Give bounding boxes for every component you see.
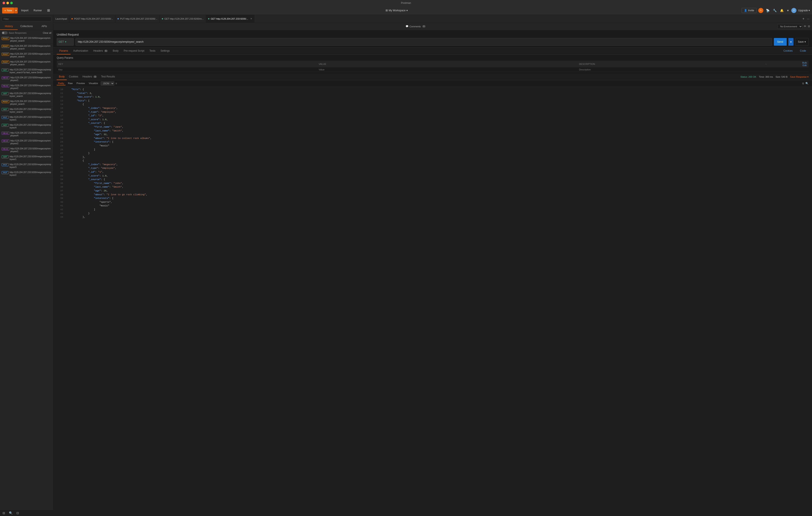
history-item[interactable]: PUThttp://129.204.207.233:9200/megacorp/… <box>0 115 53 123</box>
copy-icon[interactable]: ⧉ <box>802 82 804 85</box>
layout-button[interactable]: ⊞ <box>46 7 52 13</box>
history-item[interactable]: POSThttp://129.204.207.233:9200/megacorp… <box>0 99 53 107</box>
req-tab-body[interactable]: Body <box>110 48 121 54</box>
history-item[interactable]: HEADhttp://129.204.207.233:9200/megacorp… <box>0 138 53 146</box>
history-item[interactable]: GEThttp://129.204.207.233:9200/megacorp/… <box>0 123 53 130</box>
history-item[interactable]: POSThttp://129.204.207.233:9200/megacorp… <box>0 59 53 67</box>
save-responses-toggle[interactable] <box>2 31 8 34</box>
line-number: 15 <box>57 107 63 110</box>
req-tab-authorization[interactable]: Authorization <box>70 48 91 54</box>
history-item[interactable]: GEThttp://129.204.207.233:9200/megacorp/… <box>0 107 53 115</box>
resp-tab-body[interactable]: Body <box>57 74 67 80</box>
tab-get-1[interactable]: GET http://129.204.207.233:9200/m... <box>160 15 206 23</box>
fmt-visualize-button[interactable]: Visualize <box>87 82 99 85</box>
line-number: 28 <box>57 155 63 159</box>
tab-put-1[interactable]: PUT http://129.204.207.233:9200/... <box>115 15 160 23</box>
heart-icon[interactable]: ♥ <box>786 8 790 12</box>
history-item[interactable]: GEThttp://129.204.207.233:9200/megacorp/… <box>0 91 53 99</box>
history-item[interactable]: HEADhttp://129.204.207.233:9200/megacorp… <box>0 83 53 91</box>
close-button[interactable] <box>3 2 5 4</box>
req-tab-prerequest[interactable]: Pre-request Script <box>121 48 147 54</box>
tab-get-2[interactable]: GET http://129.204.207.233:9200/... ✕ <box>206 15 254 23</box>
resp-tab-test-results[interactable]: Test Results <box>99 74 117 80</box>
tab-post-1[interactable]: POST http://129.204.207.233:9200/... <box>69 15 115 23</box>
tab-close-icon[interactable]: ✕ <box>250 18 252 20</box>
more-icon[interactable]: ··· <box>765 63 767 65</box>
filter-input[interactable] <box>2 17 51 21</box>
comments-button[interactable]: 💬 Comments 0 <box>404 25 427 28</box>
bell-icon[interactable]: 🔔 <box>779 8 784 12</box>
json-line: 42 ] <box>57 208 809 212</box>
url-input[interactable] <box>76 38 772 46</box>
history-item[interactable]: POSThttp://129.204.207.233:9200/megacorp… <box>0 44 53 51</box>
param-row-empty <box>57 67 809 72</box>
resp-tab-headers[interactable]: Headers 6 <box>80 74 99 80</box>
import-button[interactable]: Import <box>20 8 30 13</box>
environment-select[interactable]: No Environment <box>778 24 803 29</box>
history-item[interactable]: HEADhttp://129.204.207.233:9200/megacorp… <box>0 130 53 138</box>
history-item[interactable]: POSThttp://129.204.207.233:9200/megacorp… <box>0 36 53 44</box>
tab-apis[interactable]: APIs <box>35 23 53 30</box>
fmt-pretty-button[interactable]: Pretty <box>57 82 65 85</box>
method-select[interactable]: GET ▾ <box>57 38 74 46</box>
save-response-button[interactable]: Save Response ▾ <box>790 76 809 78</box>
json-line: 31 "_type": "employee", <box>57 166 809 170</box>
tab-collections[interactable]: Collections <box>18 23 35 30</box>
json-line: 26 ] <box>57 148 809 152</box>
history-item[interactable]: PUThttp://129.204.207.233:9200/megacorp/… <box>0 162 53 170</box>
runner-button[interactable]: Runner <box>32 8 44 13</box>
workspace-button[interactable]: ⊞ My Workspace ▾ <box>385 9 408 12</box>
desc-input[interactable] <box>579 68 762 71</box>
tab-launchpad[interactable]: Launchpad <box>53 15 69 23</box>
format-select[interactable]: JSON <box>100 81 114 86</box>
history-item[interactable]: GEThttp://129.204.207.233:9200/megacorp/… <box>0 154 53 162</box>
invite-button[interactable]: 👤 Invite <box>742 8 757 13</box>
req-tab-params[interactable]: Params <box>57 48 70 54</box>
send-button[interactable]: Send <box>774 38 787 46</box>
history-item[interactable]: HEADhttp://129.204.207.233:9200/megacorp… <box>0 75 53 83</box>
wrench-icon[interactable]: 🔧 <box>772 8 778 12</box>
cookies-link[interactable]: Cookies <box>781 48 795 54</box>
more-tabs-button[interactable]: ··· <box>806 17 810 21</box>
save-button[interactable]: Save ▾ <box>795 38 809 46</box>
new-button[interactable]: + New <box>2 7 14 13</box>
fmt-raw-button[interactable]: Raw <box>67 82 74 85</box>
line-content: "_id": "2", <box>66 114 104 118</box>
line-content: "age": 32, <box>66 133 108 137</box>
req-tab-headers[interactable]: Headers 6 <box>91 48 110 54</box>
new-tab-button[interactable]: + <box>802 17 805 21</box>
maximize-button[interactable] <box>10 2 13 4</box>
sidebar-layout-icon[interactable]: ⊟ <box>2 511 6 515</box>
clear-all-button[interactable]: Clear all <box>43 32 51 34</box>
json-line: 36 "last_name": "Smith", <box>57 185 809 189</box>
history-item[interactable]: POSThttp://129.204.207.233:9200/megacorp… <box>0 51 53 59</box>
line-number: 18 <box>57 118 63 121</box>
fmt-preview-button[interactable]: Preview <box>75 82 86 85</box>
tab-history[interactable]: History <box>0 23 18 30</box>
user-avatar[interactable]: U <box>791 8 796 13</box>
key-input[interactable] <box>58 68 315 71</box>
history-url: http://129.204.207.233:9200/megacorp/emp… <box>9 68 51 74</box>
new-dropdown-arrow[interactable]: ▾ <box>14 7 18 13</box>
sidebar-search-icon[interactable]: 🔍 <box>8 511 13 515</box>
value-input[interactable] <box>319 68 576 71</box>
minimize-button[interactable] <box>6 2 9 4</box>
search-response-icon[interactable]: 🔍 <box>805 82 809 85</box>
sidebar-settings-icon[interactable]: ⊡ <box>16 511 20 515</box>
json-line: 43 } <box>57 212 809 216</box>
upgrade-button[interactable]: Upgrade ▾ <box>798 9 810 12</box>
history-item[interactable]: PUThttp://129.204.207.233:9200/megacorp/… <box>0 170 53 178</box>
req-tab-tests[interactable]: Tests <box>147 48 158 54</box>
code-link[interactable]: Code <box>797 48 809 54</box>
satellite-icon[interactable]: 📡 <box>765 8 771 12</box>
resp-tab-cookies[interactable]: Cookies <box>67 74 80 80</box>
sync-icon[interactable]: ↻ <box>758 8 763 13</box>
history-item[interactable]: GEThttp://129.204.207.233:9200/megacorp/… <box>0 67 53 75</box>
env-settings-icon[interactable]: ⚙ <box>808 25 810 28</box>
bulk-edit-button[interactable]: Bulk Edit <box>803 61 807 66</box>
env-eye-icon[interactable]: 👁 <box>804 25 807 28</box>
req-tab-settings[interactable]: Settings <box>158 48 172 54</box>
history-item[interactable]: HEADhttp://129.204.207.233:9200/megacorp… <box>0 146 53 154</box>
send-dropdown-button[interactable]: ▾ <box>788 38 793 46</box>
format-data-icon[interactable]: ≡ <box>116 82 117 85</box>
